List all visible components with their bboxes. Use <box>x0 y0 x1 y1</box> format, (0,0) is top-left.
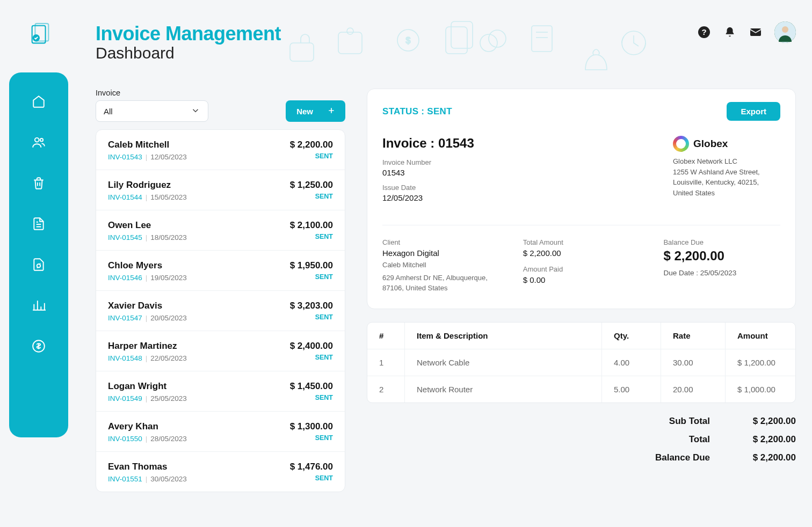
value-paid: $ 0.00 <box>523 275 653 284</box>
totals-total-label: Total <box>646 434 710 445</box>
export-button[interactable]: Export <box>727 102 780 121</box>
invoice-row[interactable]: Xavier DavisINV-01547|20/05/2023$ 3,203.… <box>96 291 345 331</box>
label-issuedate: Issue Date <box>382 184 474 192</box>
value-baldue: $ 2,200.00 <box>663 248 780 264</box>
invoice-date: 18/05/2023 <box>150 233 187 241</box>
nav-refresh-doc-icon[interactable] <box>31 257 46 272</box>
invoice-row[interactable]: Chloe MyersINV-01546|19/05/2023$ 1,950.0… <box>96 251 345 291</box>
invoice-row[interactable]: Logan WrightINV-01549|25/05/2023$ 1,450.… <box>96 371 345 412</box>
line-items-table: # Item & Description Qty. Rate Amount 1N… <box>367 322 796 403</box>
nav-home-icon[interactable] <box>31 94 46 109</box>
invoice-id: INV-01543 <box>108 153 142 161</box>
invoice-row[interactable]: Harper MartinezINV-01548|22/05/2023$ 2,4… <box>96 331 345 371</box>
nav-trash-icon[interactable] <box>31 175 46 191</box>
invoice-status: SENT <box>290 152 333 160</box>
company-full: Globex Network LLC <box>673 156 780 167</box>
client-address: 629 Amherst Dr NE, Albuquerque, 87106, U… <box>382 273 490 294</box>
page-title: Invoice Management <box>96 23 281 45</box>
svg-point-4 <box>40 138 43 141</box>
nav-users-icon[interactable] <box>31 135 46 150</box>
top-bar-actions: ? <box>697 21 796 43</box>
company-name: Globex <box>693 138 728 150</box>
totals-subtotal: $ 2,200.00 <box>737 416 796 427</box>
invoice-amount: $ 3,203.00 <box>290 301 333 311</box>
invoice-status: SENT <box>290 273 333 281</box>
invoice-date: 20/05/2023 <box>150 314 187 322</box>
invoice-name: Owen Lee <box>108 220 187 231</box>
totals-total: $ 2,200.00 <box>737 434 796 445</box>
invoice-row[interactable]: Lily RodriguezINV-01544|15/05/2023$ 1,25… <box>96 170 345 210</box>
avatar[interactable] <box>774 21 796 43</box>
totals-block: Sub Total $ 2,200.00 Total $ 2,200.00 Ba… <box>646 416 796 471</box>
table-row: 1Network Cable4.0030.00$ 1,200.00 <box>367 349 795 376</box>
nav-currency-icon[interactable] <box>31 339 46 354</box>
invoice-amount: $ 2,100.00 <box>290 220 333 231</box>
invoice-status: SENT <box>290 233 333 240</box>
svg-text:?: ? <box>701 27 706 36</box>
svg-point-13 <box>347 28 353 34</box>
svg-rect-17 <box>451 21 473 48</box>
invoice-status: SENT <box>290 474 333 482</box>
label-paid: Amount Paid <box>523 265 653 273</box>
client-person: Caleb Mitchell <box>382 260 490 270</box>
totals-baldue-label: Balance Due <box>646 452 710 463</box>
invoice-row[interactable]: Evan ThomasINV-01551|30/05/2023$ 1,476.0… <box>96 452 345 492</box>
invoice-amount: $ 1,450.00 <box>290 381 333 392</box>
invoice-id: INV-01547 <box>108 314 142 322</box>
svg-point-10 <box>782 26 788 33</box>
filter-select[interactable]: All <box>96 100 208 122</box>
nav-document-icon[interactable] <box>31 216 46 231</box>
chevron-down-icon <box>191 106 200 117</box>
invoice-date: 12/05/2023 <box>150 153 187 161</box>
filter-label: Invoice <box>96 89 208 97</box>
svg-text:$: $ <box>406 36 411 45</box>
invoice-id: INV-01546 <box>108 274 142 282</box>
bell-icon[interactable] <box>723 25 737 39</box>
invoice-status: SENT <box>290 354 333 361</box>
cell-rate: 30.00 <box>661 349 726 376</box>
table-row: 2Network Router5.0020.00$ 1,000.00 <box>367 376 795 402</box>
cell-qty: 5.00 <box>602 376 661 402</box>
th-desc: Item & Description <box>405 323 602 349</box>
invoice-name: Caleb Mitchell <box>108 140 187 150</box>
new-button-label: New <box>296 107 313 116</box>
invoice-amount: $ 1,250.00 <box>290 180 333 191</box>
nav-chart-icon[interactable] <box>31 298 46 313</box>
invoice-name: Avery Khan <box>108 421 187 432</box>
mail-icon[interactable] <box>749 25 763 39</box>
invoice-date: 25/05/2023 <box>150 394 187 402</box>
svg-rect-16 <box>446 27 467 54</box>
app-logo <box>28 23 53 47</box>
invoice-row[interactable]: Caleb MitchellINV-01543|12/05/2023$ 2,20… <box>96 130 345 170</box>
invoice-name: Harper Martinez <box>108 341 187 352</box>
invoice-amount: $ 1,300.00 <box>290 421 333 432</box>
cell-desc: Network Router <box>405 376 602 402</box>
help-icon[interactable]: ? <box>697 25 711 39</box>
invoice-date: 15/05/2023 <box>150 193 187 201</box>
label-total: Total Amount <box>523 238 653 246</box>
due-date: Due Date : 25/05/2023 <box>663 269 780 277</box>
cell-amount: $ 1,200.00 <box>726 349 795 376</box>
cell-desc: Network Cable <box>405 349 602 376</box>
invoice-name: Chloe Myers <box>108 260 187 271</box>
invoice-status: SENT <box>290 394 333 401</box>
invoice-status: SENT <box>290 313 333 321</box>
invoice-detail-card: STATUS : SENT Export Invoice : 01543 Inv… <box>367 89 796 309</box>
cell-qty: 4.00 <box>602 349 661 376</box>
svg-rect-11 <box>290 43 314 61</box>
value-issuedate: 12/05/2023 <box>382 193 474 202</box>
value-invnum: 01543 <box>382 168 474 177</box>
client-company: Hexagon Digital <box>382 248 512 258</box>
sidebar <box>9 72 68 437</box>
svg-point-14 <box>397 30 419 51</box>
invoice-name: Logan Wright <box>108 381 187 392</box>
invoice-title: Invoice : 01543 <box>382 136 474 151</box>
invoice-date: 30/05/2023 <box>150 475 187 483</box>
svg-rect-12 <box>338 32 362 54</box>
invoice-date: 19/05/2023 <box>150 274 187 282</box>
invoice-id: INV-01551 <box>108 475 142 483</box>
new-invoice-button[interactable]: New <box>286 100 345 122</box>
invoice-status: SENT <box>290 434 333 442</box>
invoice-row[interactable]: Avery KhanINV-01550|28/05/2023$ 1,300.00… <box>96 412 345 452</box>
invoice-row[interactable]: Owen LeeINV-01545|18/05/2023$ 2,100.00SE… <box>96 210 345 251</box>
